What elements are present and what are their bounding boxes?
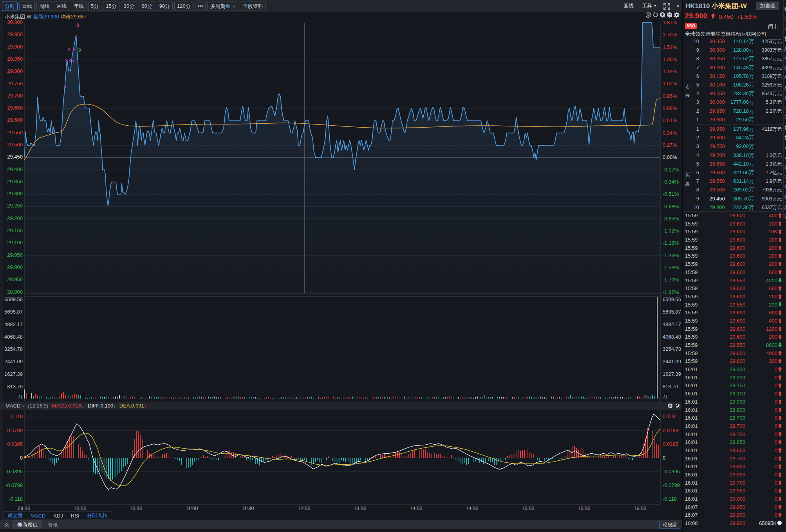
svg-text:速: 速 [647,13,650,17]
